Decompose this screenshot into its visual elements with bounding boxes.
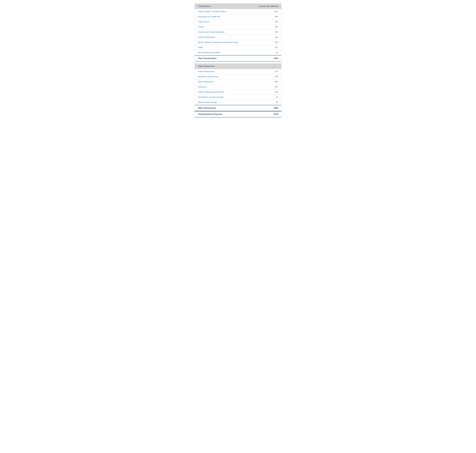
transportation-total-label: Total Transportation	[198, 57, 217, 60]
row-amount: $65	[269, 76, 278, 78]
row-label: Orphan Wells/Abandoned Mines	[198, 91, 224, 93]
other-total-label: Other Infrastructure	[198, 107, 216, 109]
row-label: Power Infrastructure	[198, 71, 214, 72]
table-row: Reconnecting Communities $1	[195, 50, 281, 55]
table-row: Infrastructure Financing Authority $20	[195, 30, 281, 35]
row-amount: $15	[269, 41, 278, 43]
row-amount: $11	[269, 47, 278, 49]
row-label: Safety	[198, 47, 203, 49]
transportation-total-amount: $313	[269, 57, 278, 60]
table-row: Airports $26	[195, 24, 281, 30]
row-label: Remediation of Superfund Sites	[198, 96, 224, 98]
row-amount: $5	[269, 101, 278, 103]
row-amount: $66	[269, 16, 278, 18]
grand-total-row: Total Bi-Partisan Proposal $579	[195, 111, 281, 117]
row-label: Water Infrastructure	[198, 81, 214, 83]
table-row: Electric Vehicles: Infrastructrue and Bu…	[195, 40, 281, 45]
row-amount: $49	[269, 21, 278, 23]
transportation-header-label: Transportation	[198, 5, 210, 7]
transportation-section-header: Transportation Amount USD (Billions)	[195, 4, 281, 9]
table-row: Public Transit $49	[195, 19, 281, 24]
table-row: Orphan Wells/Abandoned Mines $16	[195, 90, 281, 95]
table-row: Roads, Bridges, and Major Projects $110	[195, 9, 281, 14]
other-section-header: Other Infrastructure	[195, 64, 281, 69]
row-amount: $1	[269, 52, 278, 54]
row-amount: $20	[269, 31, 278, 33]
row-label: Electric Vehicles: Infrastructrue and Bu…	[198, 41, 238, 43]
table-row: Ports and Waterways $16	[195, 35, 281, 40]
section-divider	[195, 62, 281, 64]
table-row: Power Infrastructure $73	[195, 69, 281, 74]
row-label: Infrastructure Financing Authority	[198, 31, 225, 33]
row-amount: $16	[269, 36, 278, 38]
row-label: Broadband Infrastructure	[198, 76, 218, 78]
table-row: Passenger and Freight Rail $66	[195, 14, 281, 19]
other-header-label: Other Infrastructure	[198, 65, 215, 67]
row-label: Reconnecting Communities	[198, 52, 220, 54]
row-label: Passenger and Freight Rail	[198, 16, 220, 18]
row-amount: $47	[269, 86, 278, 88]
row-label: Ports and Waterways	[198, 36, 215, 38]
infrastructure-table: Transportation Amount USD (Billions) Roa…	[195, 3, 281, 117]
transportation-total-row: Total Transportation $313	[195, 55, 281, 62]
row-label: Airports	[198, 26, 204, 28]
amount-header-label: Amount USD (Billions)	[259, 5, 278, 7]
row-amount: $73	[269, 71, 278, 72]
other-total-row: Other Infrastructure $266	[195, 105, 281, 111]
grand-total-label: Total Bi-Partisan Proposal	[198, 113, 222, 115]
row-amount: $110	[269, 11, 278, 13]
row-label: Western Water Storage	[198, 101, 217, 103]
row-amount: $5	[269, 96, 278, 98]
table-row: Broadband Infrastructure $65	[195, 74, 281, 79]
table-row: Resiliency $47	[195, 85, 281, 90]
row-amount: $55	[269, 81, 278, 83]
row-label: Public Transit	[198, 21, 209, 23]
table-row: Remediation of Superfund Sites $5	[195, 95, 281, 100]
other-total-amount: $266	[269, 107, 278, 109]
row-amount: $16	[269, 91, 278, 93]
table-row: Safety $11	[195, 45, 281, 50]
table-row: Western Water Storage $5	[195, 100, 281, 105]
row-amount: $26	[269, 26, 278, 28]
row-label: Roads, Bridges, and Major Projects	[198, 11, 227, 13]
table-row: Water Infrastructure $55	[195, 79, 281, 85]
grand-total-amount: $579	[269, 113, 278, 115]
row-label: Resiliency	[198, 86, 206, 88]
